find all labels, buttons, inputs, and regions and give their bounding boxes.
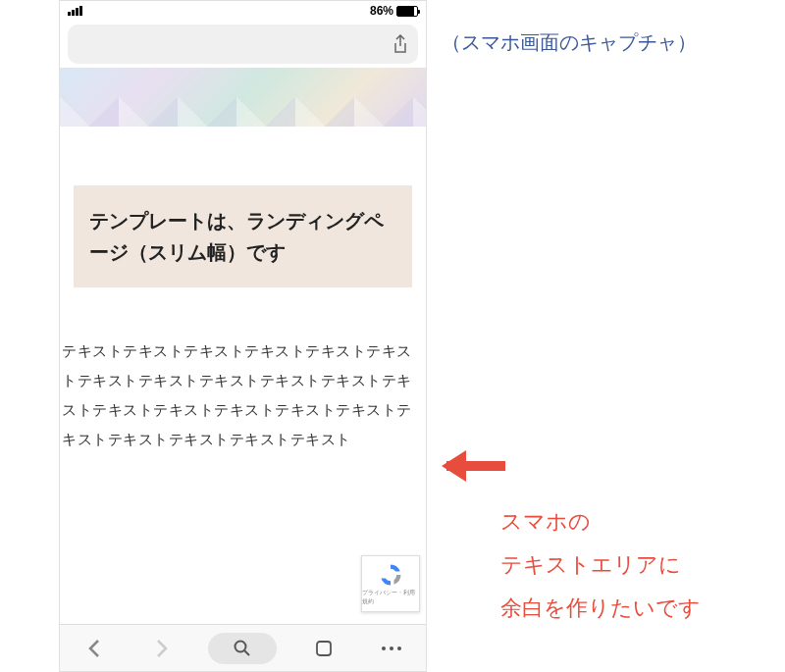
- status-bar: 86%: [60, 1, 426, 21]
- recaptcha-label: プライバシー・利用規約: [362, 589, 419, 606]
- browser-bottom-nav: [60, 624, 426, 671]
- arrow-icon: [442, 446, 510, 486]
- battery-icon: [396, 6, 418, 17]
- forward-button[interactable]: [140, 631, 183, 666]
- signal-icon: [68, 6, 82, 16]
- search-icon: [234, 640, 251, 657]
- more-button[interactable]: [370, 631, 413, 666]
- search-button[interactable]: [208, 633, 277, 664]
- svg-point-2: [382, 646, 386, 650]
- tabs-button[interactable]: [302, 631, 345, 666]
- svg-point-4: [397, 646, 401, 650]
- tabs-icon: [315, 640, 333, 657]
- svg-point-3: [390, 646, 393, 650]
- note-line-2: テキストエリアに: [500, 543, 701, 587]
- back-button[interactable]: [73, 631, 116, 666]
- svg-point-0: [236, 641, 246, 651]
- body-text-area: テキストテキストテキストテキストテキストテキストテキストテキストテキストテキスト…: [60, 336, 426, 454]
- browser-url-bar[interactable]: [68, 25, 418, 64]
- share-icon[interactable]: [392, 34, 408, 54]
- annotation-caption: （スマホ画面のキャプチャ）: [442, 29, 697, 56]
- page-content: テンプレートは、ランディングページ（スリム幅）です テキストテキストテキストテキ…: [60, 185, 426, 454]
- recaptcha-icon: [377, 561, 404, 589]
- battery-percent: 86%: [370, 4, 393, 18]
- svg-rect-1: [317, 642, 331, 655]
- note-line-1: スマホの: [500, 500, 701, 543]
- annotation-note: スマホの テキストエリアに 余白を作りたいです: [500, 500, 701, 630]
- note-line-3: 余白を作りたいです: [500, 587, 701, 630]
- more-icon: [381, 646, 402, 651]
- page-title-box: テンプレートは、ランディングページ（スリム幅）です: [74, 185, 412, 287]
- recaptcha-badge[interactable]: プライバシー・利用規約: [361, 555, 420, 612]
- banner-image: [60, 68, 426, 127]
- phone-screenshot: 86% テンプレートは、ランディングページ（スリム幅）です テキストテキストテキ…: [59, 0, 427, 672]
